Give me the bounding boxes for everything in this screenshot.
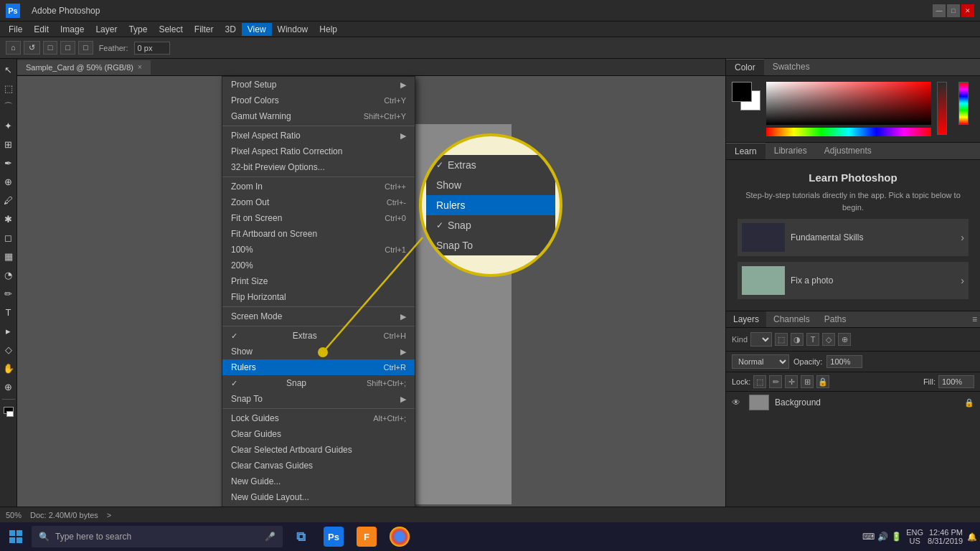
taskbar-chrome[interactable] bbox=[385, 524, 415, 550]
info-arrow[interactable]: > bbox=[107, 511, 111, 519]
tool-option-1[interactable]: ⌂ bbox=[6, 41, 21, 55]
callout-snap[interactable]: Snap bbox=[426, 215, 555, 235]
layer-filter-type[interactable]: T bbox=[806, 333, 819, 346]
tool-type[interactable]: T bbox=[1, 304, 17, 320]
layer-filter-adjust[interactable]: ◑ bbox=[791, 333, 804, 346]
tool-brush[interactable]: 🖊 bbox=[1, 192, 17, 208]
tab-learn[interactable]: Learn bbox=[726, 143, 765, 159]
opacity-input[interactable] bbox=[826, 355, 862, 368]
menu-zoom-out[interactable]: Zoom Out Ctrl+- bbox=[222, 194, 415, 210]
tool-option-5[interactable]: □ bbox=[78, 41, 93, 55]
lock-all[interactable]: 🔒 bbox=[816, 375, 829, 388]
tab-layers[interactable]: Layers bbox=[726, 311, 766, 327]
tutorial-fixphoto[interactable]: Fix a photo › bbox=[738, 262, 969, 299]
tool-zoom[interactable]: ⊕ bbox=[1, 379, 17, 395]
tool-gradient[interactable]: ▦ bbox=[1, 248, 17, 264]
system-clock[interactable]: 12:46 PM 8/31/2019 bbox=[928, 528, 963, 545]
tool-marquee[interactable]: ⬚ bbox=[1, 80, 17, 96]
tab-channels[interactable]: Channels bbox=[766, 311, 817, 327]
tool-wand[interactable]: ✦ bbox=[1, 118, 17, 133]
fill-input[interactable] bbox=[938, 375, 974, 388]
tool-shape[interactable]: ◇ bbox=[1, 342, 17, 357]
tab-swatches[interactable]: Swatches bbox=[764, 59, 819, 75]
callout-show[interactable]: Show bbox=[426, 175, 555, 195]
menu-snap[interactable]: Snap Shift+Ctrl+; bbox=[222, 375, 415, 391]
menu-new-guide[interactable]: New Guide... bbox=[222, 474, 415, 489]
menu-edit[interactable]: Edit bbox=[28, 23, 55, 36]
tool-hand[interactable]: ✋ bbox=[1, 360, 17, 376]
menu-proof-setup[interactable]: Proof Setup ▶ bbox=[222, 77, 415, 93]
feather-input[interactable] bbox=[134, 42, 170, 55]
menu-32bit-preview[interactable]: 32-bit Preview Options... bbox=[222, 159, 415, 175]
menu-print-size[interactable]: Print Size bbox=[222, 273, 415, 289]
callout-rulers[interactable]: Rulers bbox=[426, 195, 555, 215]
menu-3d[interactable]: 3D bbox=[219, 23, 241, 36]
lock-position[interactable]: ✛ bbox=[785, 375, 798, 388]
menu-clear-artboard-guides[interactable]: Clear Selected Artboard Guides bbox=[222, 442, 415, 458]
minimize-button[interactable]: — bbox=[933, 4, 946, 17]
menu-image[interactable]: Image bbox=[55, 23, 90, 36]
menu-snap-to[interactable]: Snap To ▶ bbox=[222, 391, 415, 407]
foreground-background-colors[interactable] bbox=[732, 82, 760, 110]
language-indicator[interactable]: ENGUS bbox=[906, 528, 923, 545]
canvas-tab[interactable]: Sample_Card @ 50% (RGB/8) × bbox=[17, 60, 151, 75]
menu-pixel-aspect-correction[interactable]: Pixel Aspect Ratio Correction bbox=[222, 143, 415, 159]
menu-file[interactable]: File bbox=[3, 23, 28, 36]
tool-eyedropper[interactable]: ✒ bbox=[1, 155, 17, 171]
menu-layer[interactable]: Layer bbox=[90, 23, 123, 36]
lock-transparent[interactable]: ⬚ bbox=[753, 375, 766, 388]
menu-view[interactable]: View bbox=[242, 23, 272, 36]
callout-snap-to[interactable]: Snap To bbox=[426, 235, 555, 255]
color-spectrum-bar[interactable] bbox=[958, 82, 969, 125]
taskbar-ps[interactable]: Ps bbox=[319, 524, 349, 550]
menu-flip-horizontal[interactable]: Flip Horizontal bbox=[222, 289, 415, 305]
kind-select[interactable] bbox=[750, 332, 772, 347]
menu-rulers[interactable]: Rulers Ctrl+R bbox=[222, 359, 415, 375]
tool-option-3[interactable]: □ bbox=[43, 41, 58, 55]
menu-200pct[interactable]: 200% bbox=[222, 258, 415, 273]
tab-libraries[interactable]: Libraries bbox=[765, 143, 816, 159]
tool-clone[interactable]: ✱ bbox=[1, 211, 17, 227]
menu-pixel-aspect-ratio[interactable]: Pixel Aspect Ratio ▶ bbox=[222, 128, 415, 143]
notification-icon[interactable]: 🔔 bbox=[967, 532, 977, 542]
menu-filter[interactable]: Filter bbox=[189, 23, 220, 36]
lock-paint[interactable]: ✏ bbox=[769, 375, 782, 388]
menu-screen-mode[interactable]: Screen Mode ▶ bbox=[222, 309, 415, 324]
tool-pen[interactable]: ✏ bbox=[1, 286, 17, 301]
menu-gamut-warning[interactable]: Gamut Warning Shift+Ctrl+Y bbox=[222, 108, 415, 124]
menu-new-guides-shape[interactable]: New Guides From Shape bbox=[222, 505, 415, 507]
layer-visibility-toggle[interactable]: 👁 bbox=[732, 397, 743, 408]
menu-fit-artboard[interactable]: Fit Artboard on Screen bbox=[222, 226, 415, 242]
layer-background-row[interactable]: 👁 Background 🔒 bbox=[726, 392, 980, 413]
taskbar-search-bar[interactable]: 🔍 Type here to search 🎤 bbox=[32, 526, 283, 547]
callout-extras[interactable]: Extras bbox=[426, 155, 555, 175]
menu-zoom-in[interactable]: Zoom In Ctrl++ bbox=[222, 179, 415, 194]
tutorial-fundamental[interactable]: Fundamental Skills › bbox=[738, 219, 969, 256]
foreground-color[interactable] bbox=[732, 82, 752, 102]
menu-clear-guides[interactable]: Clear Guides bbox=[222, 426, 415, 442]
tool-move[interactable]: ↖ bbox=[1, 62, 17, 77]
menu-window[interactable]: Window bbox=[272, 23, 314, 36]
taskbar-task-view[interactable]: ⧉ bbox=[286, 524, 316, 550]
close-button[interactable]: ✕ bbox=[961, 4, 974, 17]
menu-fit-screen[interactable]: Fit on Screen Ctrl+0 bbox=[222, 210, 415, 226]
menu-new-guide-layout[interactable]: New Guide Layout... bbox=[222, 489, 415, 505]
start-button[interactable] bbox=[3, 524, 29, 550]
layer-filter-pixel[interactable]: ⬚ bbox=[775, 333, 788, 346]
tool-lasso[interactable]: ⌒ bbox=[1, 99, 17, 115]
tab-adjustments[interactable]: Adjustments bbox=[816, 143, 880, 159]
menu-extras[interactable]: Extras Ctrl+H bbox=[222, 328, 415, 344]
tool-option-2[interactable]: ↺ bbox=[24, 41, 40, 55]
tool-dodge[interactable]: ◔ bbox=[1, 267, 17, 283]
tool-heal[interactable]: ⊕ bbox=[1, 174, 17, 189]
tab-paths[interactable]: Paths bbox=[817, 311, 854, 327]
tool-eraser[interactable]: ◻ bbox=[1, 230, 17, 245]
layer-filter-smart[interactable]: ⊕ bbox=[838, 333, 851, 346]
tab-close[interactable]: × bbox=[138, 63, 142, 71]
blend-mode-select[interactable]: Normal bbox=[732, 354, 789, 369]
menu-clear-canvas-guides[interactable]: Clear Canvas Guides bbox=[222, 458, 415, 474]
opacity-slider[interactable] bbox=[937, 82, 947, 135]
lock-artboard[interactable]: ⊞ bbox=[801, 375, 814, 388]
hue-slider[interactable] bbox=[766, 128, 931, 136]
tool-crop[interactable]: ⊞ bbox=[1, 136, 17, 152]
